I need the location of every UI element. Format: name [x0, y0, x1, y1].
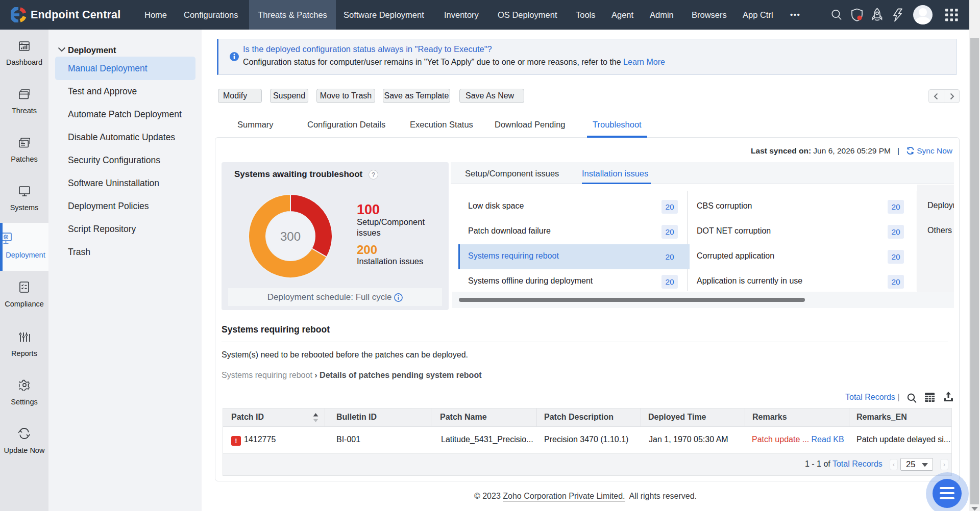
svg-text:300: 300: [280, 229, 301, 243]
